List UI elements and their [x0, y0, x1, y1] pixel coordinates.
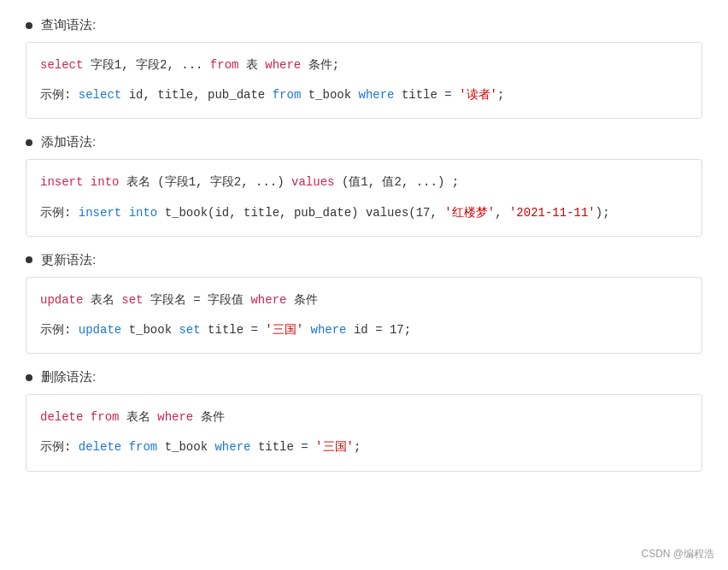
section-title-update: 更新语法:	[26, 252, 702, 268]
syntax-part: where	[157, 410, 193, 424]
example-part: '红楼梦'	[444, 206, 495, 220]
syntax-part: 表	[238, 58, 265, 72]
footer-credit: CSDN @编程浩	[641, 547, 714, 561]
example-part: t_book	[157, 440, 214, 454]
syntax-part	[83, 175, 90, 189]
example-part: ;	[497, 88, 504, 102]
example-part: title =	[201, 323, 266, 337]
bullet-icon	[26, 139, 32, 146]
example-part: select	[79, 88, 121, 102]
syntax-part: set	[121, 293, 143, 307]
bullet-icon	[26, 22, 32, 29]
section-title-query: 查询语法:	[26, 17, 702, 33]
example-line-update: 示例: update t_book set title = '三国' where…	[40, 320, 688, 341]
example-part: insert	[79, 206, 121, 220]
example-part: from	[273, 88, 302, 102]
syntax-part: 条件	[193, 410, 224, 424]
title-text-insert: 添加语法:	[41, 134, 96, 150]
syntax-part	[83, 410, 90, 424]
title-text-query: 查询语法:	[41, 17, 96, 33]
section-update: 更新语法:update 表名 set 字段名 = 字段值 where 条件示例:…	[26, 252, 702, 354]
example-part: );	[596, 206, 610, 220]
example-part: t_book(id, title, pub_date) values(17,	[157, 206, 444, 220]
example-line-query: 示例: select id, title, pub_date from t_bo…	[40, 85, 688, 106]
syntax-part: where	[250, 293, 286, 307]
example-part	[303, 323, 310, 337]
example-part: where	[359, 88, 395, 102]
syntax-line-query: select 字段1, 字段2, ... from 表 where 条件;	[40, 55, 688, 76]
code-box-insert: insert into 表名 (字段1, 字段2, ...) values (值…	[26, 159, 702, 236]
example-part: id, title, pub_date	[121, 88, 272, 102]
syntax-part: 条件	[286, 293, 317, 307]
example-label: 示例:	[40, 88, 79, 102]
main-content: 查询语法:select 字段1, 字段2, ... from 表 where 条…	[26, 17, 702, 472]
example-part: title =	[395, 88, 460, 102]
example-part: t_book	[301, 88, 358, 102]
syntax-part: where	[265, 58, 301, 72]
syntax-part: update	[40, 293, 83, 307]
syntax-line-insert: insert into 表名 (字段1, 字段2, ...) values (值…	[40, 172, 688, 193]
example-line-insert: 示例: insert into t_book(id, title, pub_da…	[40, 203, 688, 224]
section-title-insert: 添加语法:	[26, 134, 702, 150]
example-part: where	[311, 323, 347, 337]
syntax-part: 表名	[119, 410, 157, 424]
title-text-delete: 删除语法:	[41, 369, 96, 385]
syntax-part: insert	[40, 175, 83, 189]
example-label: 示例:	[40, 206, 79, 220]
example-label: 示例:	[40, 440, 79, 454]
syntax-part: 表名	[83, 293, 121, 307]
syntax-part: delete	[40, 410, 83, 424]
syntax-part: 条件;	[301, 58, 339, 72]
example-part	[121, 206, 128, 220]
example-part: title =	[250, 440, 315, 454]
code-box-update: update 表名 set 字段名 = 字段值 where 条件示例: upda…	[26, 277, 702, 354]
example-part	[121, 440, 128, 454]
example-part: ;	[354, 440, 361, 454]
example-part: t_book	[121, 323, 179, 337]
syntax-part: into	[91, 175, 120, 189]
syntax-part: from	[210, 58, 239, 72]
section-insert: 添加语法:insert into 表名 (字段1, 字段2, ...) valu…	[26, 134, 702, 236]
example-line-delete: 示例: delete from t_book where title = '三国…	[40, 437, 688, 458]
example-part: where	[214, 440, 250, 454]
example-part: update	[79, 323, 121, 337]
syntax-part: (值1, 值2, ...) ;	[334, 175, 459, 189]
bullet-icon	[26, 374, 32, 381]
syntax-part: values	[291, 175, 334, 189]
syntax-part: 字段名 = 字段值	[143, 293, 250, 307]
syntax-part: select	[40, 58, 83, 72]
code-box-query: select 字段1, 字段2, ... from 表 where 条件;示例:…	[26, 42, 702, 119]
bullet-icon	[26, 256, 32, 263]
section-query: 查询语法:select 字段1, 字段2, ... from 表 where 条…	[26, 17, 702, 119]
example-part: ,	[495, 206, 509, 220]
example-part: from	[129, 440, 158, 454]
section-title-delete: 删除语法:	[26, 369, 702, 385]
syntax-line-delete: delete from 表名 where 条件	[40, 407, 688, 428]
example-part: '读者'	[459, 88, 497, 102]
example-part: id = 17;	[347, 323, 412, 337]
example-part: delete	[79, 440, 121, 454]
syntax-line-update: update 表名 set 字段名 = 字段值 where 条件	[40, 290, 688, 311]
example-part: '三国'	[315, 440, 354, 454]
section-delete: 删除语法:delete from 表名 where 条件示例: delete f…	[26, 369, 702, 471]
example-part: '三国'	[265, 323, 303, 337]
example-label: 示例:	[40, 323, 79, 337]
example-part: set	[179, 323, 200, 337]
syntax-part: 字段1, 字段2, ...	[83, 58, 209, 72]
example-part: into	[129, 206, 158, 220]
syntax-part: 表名 (字段1, 字段2, ...)	[119, 175, 291, 189]
syntax-part: from	[91, 410, 120, 424]
example-part: '2021-11-11'	[509, 206, 596, 220]
title-text-update: 更新语法:	[41, 252, 96, 268]
code-box-delete: delete from 表名 where 条件示例: delete from t…	[26, 394, 702, 471]
